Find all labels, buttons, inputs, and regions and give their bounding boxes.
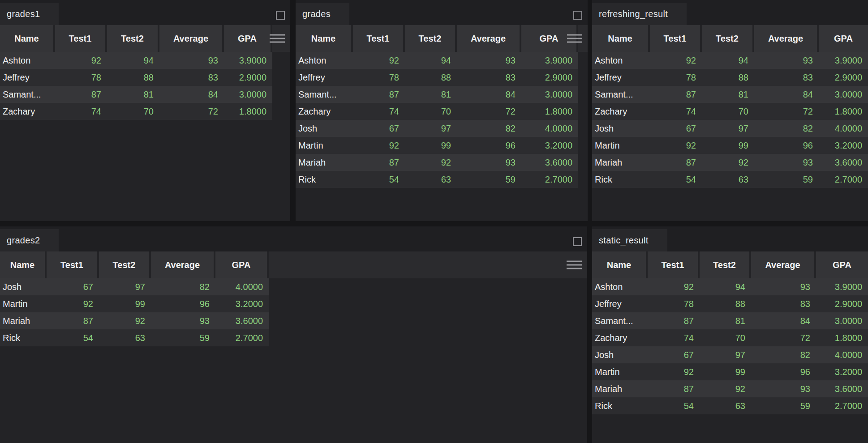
table-row[interactable]: Martin9299963.2000 [0, 295, 269, 312]
column-header-gpa[interactable]: GPA [819, 25, 868, 52]
table-row[interactable]: Mariah8792933.6000 [592, 154, 868, 171]
column-header-average[interactable]: Average [151, 251, 215, 278]
maximize-button[interactable] [276, 11, 285, 20]
column-header-average[interactable]: Average [457, 25, 521, 52]
table-row[interactable]: Mariah8792933.6000 [296, 154, 578, 171]
table-row[interactable]: Rick5463592.7000 [592, 397, 868, 414]
table-row[interactable]: Jeffrey7888832.9000 [592, 69, 868, 86]
table-row[interactable]: Josh6797824.0000 [592, 120, 868, 137]
cell-test2: 81 [405, 86, 457, 103]
table-row[interactable]: Samant...8781843.0000 [592, 312, 868, 329]
table-row[interactable]: Zachary7470721.8000 [592, 103, 868, 120]
table-row[interactable]: Martin9299963.2000 [592, 137, 868, 154]
cell-test1: 54 [648, 397, 700, 414]
column-header-gpa[interactable]: GPA [224, 25, 272, 52]
tab-grades2[interactable]: grades2 [0, 229, 59, 251]
tab-refreshing_result[interactable]: refreshing_result [592, 3, 687, 25]
column-header-gpa[interactable]: GPA [215, 251, 269, 278]
cell-test2: 99 [700, 363, 751, 380]
cell-test2: 94 [702, 52, 754, 69]
table-row[interactable]: Samant...8781843.0000 [296, 86, 578, 103]
maximize-button[interactable] [573, 237, 582, 246]
table-row[interactable]: Jeffrey7888832.9000 [296, 69, 578, 86]
column-header-test1[interactable]: Test1 [353, 25, 405, 52]
table-row[interactable]: Ashton9294933.9000 [592, 278, 868, 295]
cell-test1: 67 [47, 278, 99, 295]
table-row[interactable]: Martin9299963.2000 [296, 137, 578, 154]
menu-button[interactable] [567, 34, 582, 43]
cell-average: 72 [159, 103, 224, 120]
cell-test1: 87 [47, 312, 99, 329]
tab-bar: grades2 [0, 226, 587, 251]
panel-grades2: grades2 NameTest1Test2AverageGPA Josh679… [0, 226, 587, 443]
cell-gpa: 3.2000 [215, 295, 269, 312]
tab-label: grades [302, 9, 331, 19]
column-header-name[interactable]: Name [592, 251, 648, 278]
column-header-name[interactable]: Name [0, 25, 55, 52]
cell-average: 93 [751, 278, 816, 295]
table-row[interactable]: Rick5463592.7000 [296, 171, 578, 188]
cell-test2: 70 [405, 103, 457, 120]
column-header-gpa[interactable]: GPA [816, 251, 868, 278]
table-row[interactable]: Zachary7470721.8000 [296, 103, 578, 120]
table-row[interactable]: Martin9299963.2000 [592, 363, 868, 380]
cell-name: Rick [592, 397, 648, 414]
cell-name: Jeffrey [296, 69, 353, 86]
table-row[interactable]: Josh6797824.0000 [592, 346, 868, 363]
column-header-test1[interactable]: Test1 [55, 25, 107, 52]
column-header-test1[interactable]: Test1 [650, 25, 702, 52]
column-header-test2[interactable]: Test2 [702, 25, 754, 52]
cell-average: 59 [754, 171, 819, 188]
table-row[interactable]: Rick5463592.7000 [0, 329, 269, 346]
panel-grades1: grades1 NameTest1Test2AverageGPA Ashton9… [0, 0, 290, 221]
column-header-average[interactable]: Average [751, 251, 816, 278]
table-row[interactable]: Mariah8792933.6000 [592, 380, 868, 397]
table-row[interactable]: Ashton9294933.9000 [296, 52, 578, 69]
table-row[interactable]: Ashton9294933.9000 [0, 52, 272, 69]
cell-test1: 78 [650, 69, 702, 86]
maximize-button[interactable] [573, 11, 582, 20]
cell-average: 72 [457, 103, 521, 120]
tab-bar: grades [296, 0, 588, 25]
cell-gpa: 3.9000 [816, 278, 868, 295]
table-row[interactable]: Ashton9294933.9000 [592, 52, 868, 69]
tab-grades1[interactable]: grades1 [0, 3, 59, 25]
cell-name: Jeffrey [592, 295, 648, 312]
table-row[interactable]: Zachary7470721.8000 [592, 329, 868, 346]
table-row[interactable]: Rick5463592.7000 [592, 171, 868, 188]
table-row[interactable]: Zachary7470721.8000 [0, 103, 272, 120]
menu-button[interactable] [567, 261, 582, 269]
cell-test2: 63 [99, 329, 151, 346]
cell-test1: 78 [55, 69, 107, 86]
tab-static_result[interactable]: static_result [592, 229, 667, 251]
cell-test2: 94 [700, 278, 751, 295]
cell-test2: 88 [700, 295, 751, 312]
column-header-average[interactable]: Average [754, 25, 819, 52]
table-row[interactable]: Jeffrey7888832.9000 [0, 69, 272, 86]
tab-grades[interactable]: grades [296, 3, 349, 25]
cell-test1: 87 [650, 86, 702, 103]
table-row[interactable]: Samant...8781843.0000 [0, 86, 272, 103]
column-header-average[interactable]: Average [159, 25, 224, 52]
cell-gpa: 3.6000 [819, 154, 868, 171]
table-row[interactable]: Josh6797824.0000 [296, 120, 578, 137]
column-header-test2[interactable]: Test2 [107, 25, 159, 52]
table-row[interactable]: Samant...8781843.0000 [592, 86, 868, 103]
menu-button[interactable] [270, 34, 285, 43]
cell-average: 96 [754, 137, 819, 154]
table-row[interactable]: Jeffrey7888832.9000 [592, 295, 868, 312]
column-header-test2[interactable]: Test2 [405, 25, 457, 52]
column-header-name[interactable]: Name [296, 25, 353, 52]
column-header-test1[interactable]: Test1 [47, 251, 99, 278]
cell-test2: 92 [405, 154, 457, 171]
column-header-test2[interactable]: Test2 [700, 251, 751, 278]
table-row[interactable]: Josh6797824.0000 [0, 278, 269, 295]
column-header-test2[interactable]: Test2 [99, 251, 151, 278]
cell-name: Zachary [592, 103, 650, 120]
cell-name: Josh [592, 346, 648, 363]
cell-name: Mariah [0, 312, 47, 329]
column-header-test1[interactable]: Test1 [648, 251, 700, 278]
table-row[interactable]: Mariah8792933.6000 [0, 312, 269, 329]
column-header-name[interactable]: Name [0, 251, 47, 278]
column-header-name[interactable]: Name [592, 25, 650, 52]
